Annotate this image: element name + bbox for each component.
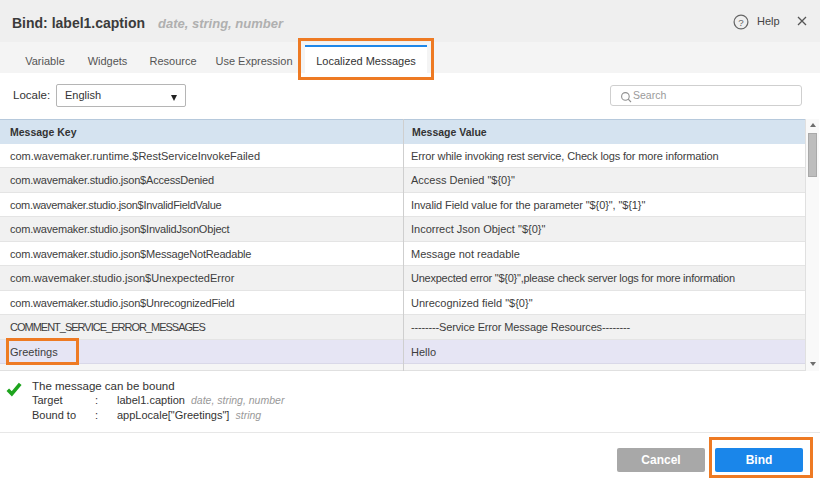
svg-text:?: ?	[739, 17, 745, 28]
